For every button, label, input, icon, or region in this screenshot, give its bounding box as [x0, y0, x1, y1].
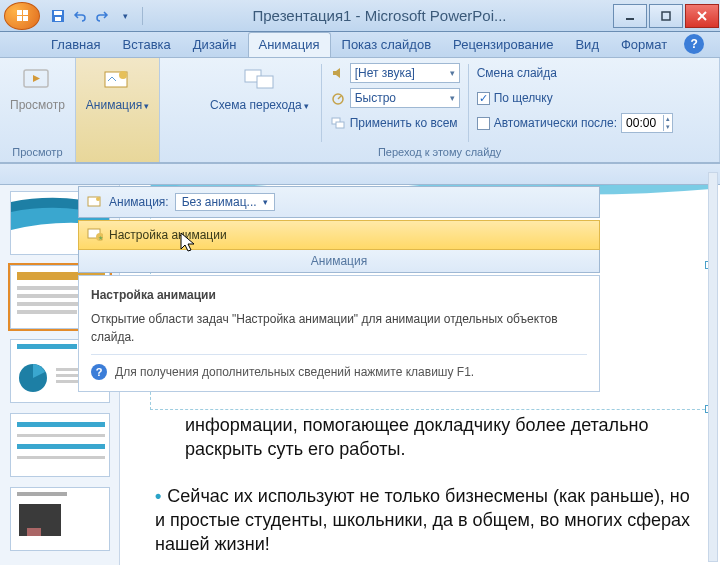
on-click-checkbox[interactable]	[477, 92, 490, 105]
sub-strip	[0, 164, 720, 184]
body-p1: информации, помогающее докладчику более …	[185, 415, 648, 459]
transition-icon	[243, 64, 275, 96]
tab-home[interactable]: Главная	[40, 32, 111, 57]
group-label-anim	[82, 144, 153, 160]
tab-design[interactable]: Дизайн	[182, 32, 248, 57]
preview-label: Просмотр	[10, 98, 65, 112]
custom-animation-item[interactable]: ★ Настройка анимации	[78, 220, 600, 250]
separator	[142, 7, 143, 25]
svg-point-10	[119, 71, 127, 79]
advance-label: Смена слайда	[477, 66, 557, 80]
svg-rect-32	[17, 422, 105, 427]
animation-label: Анимация	[86, 98, 149, 112]
auto-time-spinner[interactable]: 00:00▴▾	[621, 113, 673, 133]
animation-combo-row: Анимация: Без анимац...	[78, 186, 600, 218]
office-button[interactable]	[4, 2, 40, 30]
svg-rect-34	[17, 444, 105, 449]
preview-button[interactable]: Просмотр	[6, 62, 69, 114]
title-bar: Презентация1 - Microsoft PowerPoi...	[0, 0, 720, 32]
tab-slideshow[interactable]: Показ слайдов	[331, 32, 443, 57]
svg-rect-37	[17, 492, 67, 496]
group-label-transition: Переход к этому слайду	[166, 144, 713, 160]
svg-rect-26	[17, 344, 77, 349]
tab-view[interactable]: Вид	[564, 32, 610, 57]
custom-anim-icon: ★	[87, 227, 103, 243]
sound-combo[interactable]: [Нет звука]	[350, 63, 460, 83]
preview-icon	[21, 64, 53, 96]
scrollbar[interactable]	[708, 172, 718, 562]
speed-icon	[330, 90, 346, 106]
window-title: Презентация1 - Microsoft PowerPoi...	[147, 7, 612, 24]
sub-ribbon	[0, 164, 720, 185]
qat-more-icon[interactable]	[116, 8, 132, 24]
thumbnail-4[interactable]	[10, 413, 110, 477]
svg-rect-33	[17, 434, 105, 437]
bullet-icon: •	[155, 486, 161, 506]
tooltip: Настройка анимации Открытие области зада…	[78, 275, 600, 392]
ribbon-tabs: Главная Вставка Дизайн Анимация Показ сл…	[0, 32, 720, 58]
auto-after-checkbox[interactable]	[477, 117, 490, 130]
tooltip-title: Настройка анимации	[91, 286, 587, 304]
svg-rect-35	[17, 456, 105, 459]
transition-label: Схема перехода	[210, 98, 309, 112]
redo-icon[interactable]	[94, 8, 110, 24]
animation-icon	[101, 64, 133, 96]
svg-marker-13	[333, 68, 340, 78]
tooltip-f1-row: ? Для получения дополнительных сведений …	[91, 354, 587, 381]
info-icon: ?	[91, 364, 107, 380]
dropdown-group-label: Анимация	[78, 250, 600, 273]
animation-combo-value: Без анимац...	[182, 195, 257, 209]
animation-dropdown-button[interactable]: Анимация	[82, 62, 153, 114]
group-transition: Схема перехода [Нет звука] Быстро Примен…	[160, 58, 720, 162]
svg-rect-4	[662, 12, 670, 20]
svg-rect-12	[257, 76, 273, 88]
svg-rect-2	[55, 17, 61, 21]
body-p2: Сейчас их используют не только бизнесмен…	[155, 486, 690, 555]
tab-animation[interactable]: Анимация	[248, 32, 331, 57]
svg-rect-22	[17, 294, 87, 298]
maximize-button[interactable]	[649, 4, 683, 28]
transition-scheme-button[interactable]: Схема перехода	[206, 62, 313, 114]
quick-access-toolbar	[44, 8, 138, 24]
tab-review[interactable]: Рецензирование	[442, 32, 564, 57]
on-click-label: По щелчку	[494, 91, 553, 105]
group-preview: Просмотр Просмотр	[0, 58, 76, 162]
auto-after-label: Автоматически после:	[494, 116, 617, 130]
thumbnail-5[interactable]	[10, 487, 110, 551]
svg-rect-39	[27, 528, 41, 536]
animation-dropdown-panel: Анимация: Без анимац... ★ Настройка аним…	[78, 186, 600, 392]
apply-all-button[interactable]: Применить ко всем	[330, 112, 460, 134]
auto-time-value: 00:00	[622, 116, 663, 130]
apply-all-icon	[330, 115, 346, 131]
group-animation: Анимация	[76, 58, 160, 162]
animation-label: Анимация:	[109, 195, 169, 209]
svg-point-14	[333, 94, 343, 104]
group-label-preview: Просмотр	[6, 144, 69, 160]
tooltip-f1-text: Для получения дополнительных сведений на…	[115, 363, 474, 381]
sound-icon	[330, 65, 346, 81]
animation-combo[interactable]: Без анимац...	[175, 193, 275, 211]
save-icon[interactable]	[50, 8, 66, 24]
help-button[interactable]: ?	[684, 34, 704, 54]
anim-icon	[87, 194, 103, 210]
svg-rect-24	[17, 310, 77, 314]
custom-anim-label: Настройка анимации	[109, 228, 227, 242]
svg-rect-1	[54, 11, 62, 15]
svg-point-41	[96, 197, 100, 201]
svg-line-15	[338, 96, 341, 99]
tab-insert[interactable]: Вставка	[111, 32, 181, 57]
svg-text:★: ★	[98, 235, 103, 241]
close-button[interactable]	[685, 4, 719, 28]
slide-body-text: информации, помогающее докладчику более …	[155, 413, 690, 556]
svg-marker-8	[33, 75, 40, 82]
window-controls	[612, 4, 720, 28]
tab-format[interactable]: Формат	[610, 32, 678, 57]
tooltip-body: Открытие области задач "Настройка анимац…	[91, 310, 587, 346]
apply-all-label: Применить ко всем	[350, 116, 458, 130]
svg-rect-17	[336, 122, 344, 128]
speed-combo[interactable]: Быстро	[350, 88, 460, 108]
undo-icon[interactable]	[72, 8, 88, 24]
ribbon: Просмотр Просмотр Анимация Схема переход…	[0, 58, 720, 164]
minimize-button[interactable]	[613, 4, 647, 28]
